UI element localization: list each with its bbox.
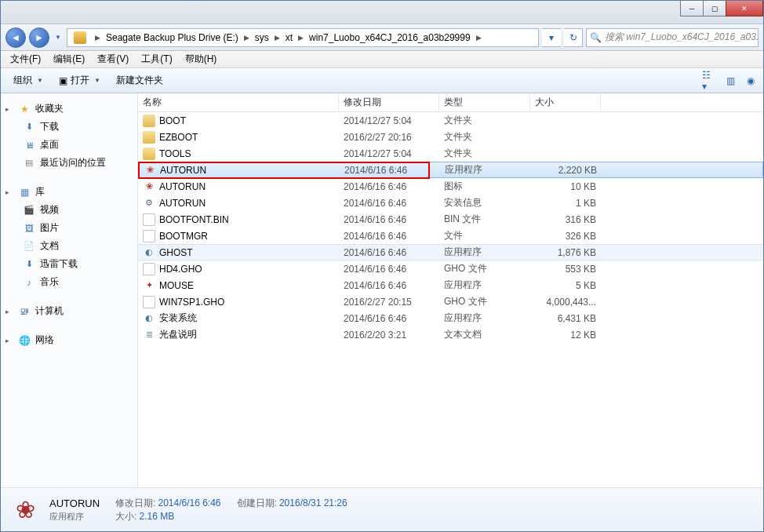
file-date: 2016/2/20 3:21 — [339, 330, 439, 341]
file-row[interactable]: AUTORUN2014/6/16 6:46应用程序2,220 KB — [138, 162, 763, 178]
file-size: 553 KB — [530, 264, 601, 275]
file-row[interactable]: GHOST2014/6/16 6:46应用程序1,876 KB — [138, 244, 763, 261]
address-dropdown[interactable]: ▾ — [542, 28, 561, 47]
col-type[interactable]: 类型 — [439, 93, 530, 111]
file-name: BOOTMGR — [159, 231, 208, 242]
nav-history-dropdown[interactable]: ▼ — [53, 30, 64, 46]
preview-pane-button[interactable]: ▥ — [722, 73, 738, 89]
folder-icon — [143, 148, 155, 160]
breadcrumb[interactable]: ▶ Seagate Backup Plus Drive (E:) ▶ sys ▶… — [67, 28, 539, 47]
file-row[interactable]: AUTORUN2014/6/16 6:46图标10 KB — [138, 178, 763, 195]
column-headers: 名称 修改日期 类型 大小 — [138, 93, 763, 112]
search-placeholder: 搜索 win7_Luobo_x64CJ_2016_a03... — [605, 31, 759, 44]
menu-edit[interactable]: 编辑(E) — [47, 51, 91, 67]
chevron-right-icon[interactable]: ▶ — [272, 34, 282, 42]
file-row[interactable]: 光盘说明2016/2/20 3:21文本文档12 KB — [138, 326, 763, 343]
file-type: 文件夹 — [439, 147, 530, 160]
details-modified: 2014/6/16 6:46 — [158, 497, 220, 508]
sidebar-item-videos[interactable]: 🎬视频 — [1, 201, 137, 219]
view-options-button[interactable]: ☷ ▾ — [702, 73, 718, 89]
file-date: 2014/6/16 6:46 — [339, 231, 439, 242]
file-row[interactable]: BOOT2014/12/27 5:04文件夹 — [138, 112, 763, 129]
back-button[interactable]: ◄ — [5, 27, 26, 48]
file-name: TOOLS — [159, 148, 191, 159]
video-icon: 🎬 — [23, 204, 35, 217]
file-row[interactable]: AUTORUN2014/6/16 6:46安装信息1 KB — [138, 195, 763, 211]
file-type: 应用程序 — [439, 279, 530, 292]
menu-file[interactable]: 文件(F) — [4, 51, 47, 67]
refresh-button[interactable]: ↻ — [564, 28, 583, 47]
col-name[interactable]: 名称 — [138, 93, 339, 111]
file-type: 文件夹 — [439, 114, 530, 127]
sidebar-item-thunder[interactable]: ⬇迅雷下载 — [1, 255, 137, 273]
minimize-button[interactable]: ─ — [680, 1, 704, 16]
chevron-right-icon[interactable]: ▶ — [296, 34, 306, 42]
breadcrumb-seg[interactable]: win7_Luobo_x64CJ_2016_a03b29999 — [306, 29, 474, 46]
col-date[interactable]: 修改日期 — [339, 93, 439, 111]
file-row[interactable]: BOOTFONT.BIN2014/6/16 6:46BIN 文件316 KB — [138, 211, 763, 228]
sidebar-libraries[interactable]: ▸▦库 — [1, 183, 137, 201]
file-name: AUTORUN — [159, 198, 206, 209]
open-button[interactable]: ▣打开▼ — [51, 71, 108, 90]
app-icon — [143, 279, 155, 292]
titlebar[interactable]: ─ ▢ ✕ — [1, 1, 763, 24]
file-type: GHO 文件 — [439, 295, 530, 308]
sidebar-item-music[interactable]: ♪音乐 — [1, 273, 137, 291]
network-icon: 🌐 — [18, 334, 31, 347]
file-size: 1,876 KB — [530, 247, 601, 258]
file-size: 4,000,443... — [530, 297, 601, 308]
desktop-icon: 🖥 — [23, 139, 35, 151]
file-date: 2016/2/27 20:16 — [339, 132, 439, 143]
file-type: 图标 — [439, 180, 530, 193]
thunder-icon: ⬇ — [23, 258, 35, 271]
sidebar-item-downloads[interactable]: ⬇下载 — [1, 118, 137, 136]
sidebar-item-desktop[interactable]: 🖥桌面 — [1, 136, 137, 154]
menu-view[interactable]: 查看(V) — [91, 51, 135, 67]
file-type: 应用程序 — [439, 312, 530, 325]
chevron-right-icon[interactable]: ▶ — [93, 34, 103, 42]
file-size: 326 KB — [530, 231, 601, 242]
file-date: 2014/6/16 6:46 — [339, 214, 439, 225]
explorer-window: ─ ▢ ✕ ◄ ► ▼ ▶ Seagate Backup Plus Drive … — [0, 0, 764, 532]
file-size: 5 KB — [530, 280, 601, 291]
sidebar-computer[interactable]: ▸🖳计算机 — [1, 302, 137, 320]
file-date: 2014/6/16 6:46 — [340, 165, 440, 176]
sidebar-item-documents[interactable]: 📄文档 — [1, 237, 137, 255]
file-name: WIN7SP1.GHO — [159, 297, 224, 308]
ghost-icon — [143, 246, 155, 259]
forward-button[interactable]: ► — [29, 27, 49, 48]
breadcrumb-seg[interactable]: sys — [252, 29, 272, 46]
help-button[interactable]: ◉ — [743, 73, 759, 89]
close-button[interactable]: ✕ — [726, 1, 763, 16]
ini-icon — [143, 197, 155, 210]
organize-button[interactable]: 组织▼ — [5, 71, 51, 90]
radish-icon: ❀ — [9, 494, 42, 527]
sidebar-network[interactable]: ▸🌐网络 — [1, 331, 137, 349]
menu-help[interactable]: 帮助(H) — [179, 51, 224, 67]
file-row[interactable]: MOUSE2014/6/16 6:46应用程序5 KB — [138, 277, 763, 293]
sidebar-item-recent[interactable]: ▤最近访问的位置 — [1, 154, 137, 172]
search-input[interactable]: 🔍 搜索 win7_Luobo_x64CJ_2016_a03... — [586, 28, 759, 47]
file-row[interactable]: HD4.GHO2014/6/16 6:46GHO 文件553 KB — [138, 261, 763, 277]
file-row[interactable]: TOOLS2014/12/27 5:04文件夹 — [138, 145, 763, 162]
col-size[interactable]: 大小 — [530, 93, 601, 111]
file-date: 2014/6/16 6:46 — [339, 181, 439, 192]
file-row[interactable]: EZBOOT2016/2/27 20:16文件夹 — [138, 129, 763, 145]
details-name: AUTORUN — [49, 497, 100, 509]
file-row[interactable]: WIN7SP1.GHO2016/2/27 20:15GHO 文件4,000,44… — [138, 293, 763, 310]
maximize-button[interactable]: ▢ — [703, 1, 726, 16]
sidebar-favorites[interactable]: ▸★收藏夹 — [1, 100, 137, 118]
file-row[interactable]: BOOTMGR2014/6/16 6:46文件326 KB — [138, 228, 763, 244]
file-row[interactable]: 安装系统2014/6/16 6:46应用程序6,431 KB — [138, 310, 763, 326]
file-rows: BOOT2014/12/27 5:04文件夹EZBOOT2016/2/27 20… — [138, 112, 763, 343]
chevron-right-icon[interactable]: ▶ — [474, 34, 484, 42]
menu-tools[interactable]: 工具(T) — [135, 51, 178, 67]
breadcrumb-seg[interactable]: Seagate Backup Plus Drive (E:) — [103, 29, 242, 46]
new-folder-button[interactable]: 新建文件夹 — [108, 71, 171, 90]
chevron-right-icon[interactable]: ▶ — [242, 34, 252, 42]
file-size: 1 KB — [530, 198, 601, 209]
search-icon: 🔍 — [590, 32, 602, 43]
file-date: 2014/6/16 6:46 — [339, 264, 439, 275]
sidebar-item-pictures[interactable]: 🖼图片 — [1, 219, 137, 237]
breadcrumb-seg[interactable]: xt — [282, 29, 296, 46]
